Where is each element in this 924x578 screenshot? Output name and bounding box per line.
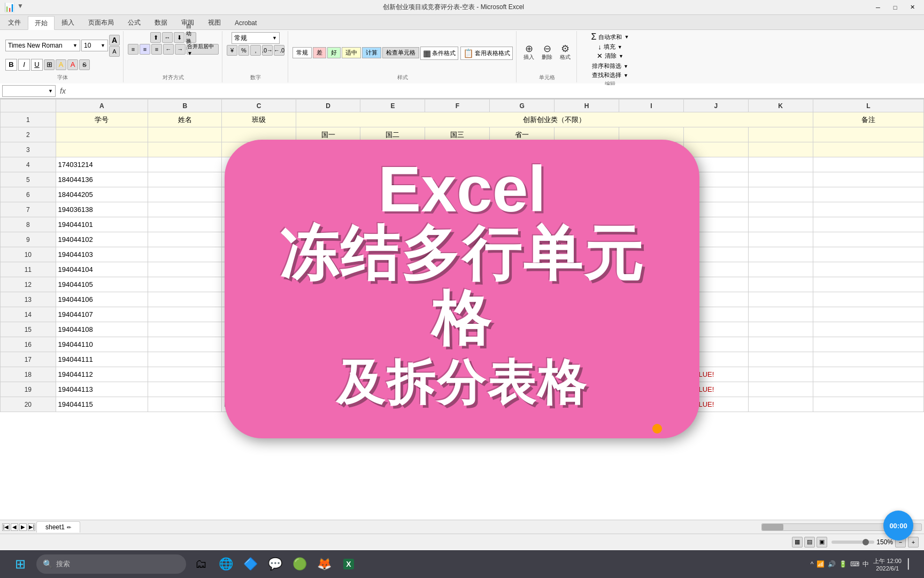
col-header-j[interactable]: J <box>683 100 748 112</box>
formula-input[interactable] <box>70 85 922 97</box>
align-middle-button[interactable]: ↔ <box>162 32 173 43</box>
font-size-box[interactable]: 10 ▼ <box>81 40 108 51</box>
cell-d1[interactable]: 创新创业类（不限） <box>296 112 813 127</box>
cell-class[interactable]: B19441 <box>222 307 296 322</box>
layout-view-button[interactable]: ▤ <box>804 537 815 547</box>
cell-b2[interactable] <box>148 127 222 142</box>
indent-dec-button[interactable]: ← <box>163 44 174 55</box>
taskbar-app-store[interactable]: 🔷 <box>240 553 261 575</box>
style-bad-button[interactable]: 差 <box>313 47 326 58</box>
taskbar-app-edge[interactable]: 🌐 <box>215 553 236 575</box>
align-bottom-button[interactable]: ⬇ <box>174 32 184 43</box>
cell-name[interactable] <box>148 172 222 187</box>
cell-e2[interactable]: 国二 <box>360 127 425 142</box>
cell-d2[interactable]: 国一 <box>296 127 360 142</box>
col-header-i[interactable]: I <box>619 100 683 112</box>
cell-value-error[interactable]: #VALUE! <box>683 367 748 382</box>
style-good-button[interactable]: 好 <box>327 47 341 58</box>
minimize-button[interactable]: ─ <box>871 2 886 13</box>
row-num[interactable]: 5 <box>1 172 56 187</box>
cell-id[interactable]: 194044106 <box>56 292 148 307</box>
cell-class[interactable]: B19441 <box>222 322 296 337</box>
fill-color-button[interactable]: A <box>56 59 66 70</box>
taskbar-app-mail[interactable]: 💬 <box>264 553 286 575</box>
cell-class[interactable]: B19441 <box>222 352 296 367</box>
cell-id[interactable]: 194036138 <box>56 202 148 217</box>
taskbar-app-firefox[interactable]: 🦊 <box>313 553 335 575</box>
maximize-button[interactable]: □ <box>888 2 903 13</box>
row-num[interactable]: 15 <box>1 322 56 337</box>
cell-i2[interactable] <box>619 127 683 142</box>
tab-page-layout[interactable]: 页面布局 <box>81 16 121 29</box>
conditional-format-button[interactable]: ▦条件格式 <box>420 47 458 60</box>
col-header-b[interactable]: B <box>148 100 222 112</box>
cell-value-error[interactable]: #VALUE! <box>683 382 748 397</box>
taskbar-app-excel[interactable]: X <box>338 553 359 575</box>
sheet-nav-last[interactable]: ▶| <box>28 523 35 531</box>
col-header-k[interactable]: K <box>748 100 813 112</box>
cell-c3[interactable] <box>222 142 296 157</box>
delete-button[interactable]: ⊖ 删除 <box>539 42 555 63</box>
currency-button[interactable]: ¥ <box>227 45 237 56</box>
align-left-button[interactable]: ≡ <box>128 44 138 55</box>
number-format-box[interactable]: 常规 ▼ <box>232 32 280 44</box>
style-neutral-button[interactable]: 适中 <box>342 47 361 58</box>
cell-id[interactable]: 194044107 <box>56 307 148 322</box>
align-right-button[interactable]: ≡ <box>151 44 162 55</box>
underline-button[interactable]: U <box>31 59 43 71</box>
row-num[interactable]: 19 <box>1 382 56 397</box>
cell-id[interactable]: 194044112 <box>56 367 148 382</box>
taskbar-app-teams[interactable]: 🟢 <box>289 553 310 575</box>
decimal-inc-button[interactable]: .0→ <box>262 45 273 56</box>
page-view-button[interactable]: ▣ <box>817 537 827 547</box>
cell-j3[interactable] <box>683 142 748 157</box>
tab-file[interactable]: 文件 <box>1 16 28 29</box>
close-button[interactable]: ✕ <box>905 2 920 13</box>
cell-class[interactable]: B19441 <box>222 292 296 307</box>
cell-g3[interactable]: 校一 <box>490 142 555 157</box>
format-button[interactable]: ⚙ 格式 <box>557 42 573 63</box>
row-num-2[interactable]: 2 <box>1 127 56 142</box>
cell-class[interactable] <box>222 172 296 187</box>
cell-id[interactable]: 174031214 <box>56 157 148 172</box>
cell-a3[interactable] <box>56 142 148 157</box>
cell-h3[interactable] <box>555 142 619 157</box>
row-num[interactable]: 17 <box>1 352 56 367</box>
row-num[interactable]: 7 <box>1 202 56 217</box>
row-num[interactable]: 13 <box>1 292 56 307</box>
row-num[interactable]: 12 <box>1 277 56 292</box>
cell-class[interactable] <box>222 157 296 172</box>
percent-button[interactable]: % <box>238 45 249 56</box>
cell-class[interactable]: B19441 <box>222 337 296 352</box>
tab-view[interactable]: 视图 <box>201 16 228 29</box>
cell-id[interactable]: 184044136 <box>56 172 148 187</box>
insert-button[interactable]: ⊕ 插入 <box>521 42 537 63</box>
timer-bubble[interactable]: 00:00 <box>883 511 913 541</box>
sheet-tab-1[interactable]: sheet1 ✏ <box>36 521 80 533</box>
tab-formula[interactable]: 公式 <box>121 16 148 29</box>
cell-g2[interactable]: 省一 <box>490 127 555 142</box>
cell-value-error[interactable]: #VALUE! <box>683 397 748 412</box>
cell-a2[interactable] <box>56 127 148 142</box>
cell-k2[interactable] <box>748 127 813 142</box>
font-grow-button[interactable]: A <box>109 35 120 45</box>
comma-button[interactable]: , <box>250 45 261 56</box>
row-num[interactable]: 11 <box>1 262 56 277</box>
col-header-g[interactable]: G <box>490 100 555 112</box>
col-header-l[interactable]: L <box>813 100 923 112</box>
tab-acrobat[interactable]: Acrobat <box>228 16 264 29</box>
cell-c1[interactable]: 班级 <box>222 112 296 127</box>
row-num[interactable]: 18 <box>1 367 56 382</box>
cell-id[interactable]: 194044101 <box>56 217 148 232</box>
row-num[interactable]: 10 <box>1 247 56 262</box>
font-shrink-button[interactable]: A <box>109 46 120 57</box>
style-check-button[interactable]: 检查单元格 <box>382 47 419 58</box>
col-header-f[interactable]: F <box>425 100 490 112</box>
font-color-button[interactable]: A <box>67 59 78 70</box>
cell-c2[interactable] <box>222 127 296 142</box>
cell-f2[interactable]: 国三 <box>425 127 490 142</box>
italic-button[interactable]: I <box>18 59 30 71</box>
col-header-a[interactable]: A <box>56 100 148 112</box>
indent-inc-button[interactable]: → <box>175 44 186 55</box>
name-box[interactable]: ▼ <box>2 85 56 97</box>
